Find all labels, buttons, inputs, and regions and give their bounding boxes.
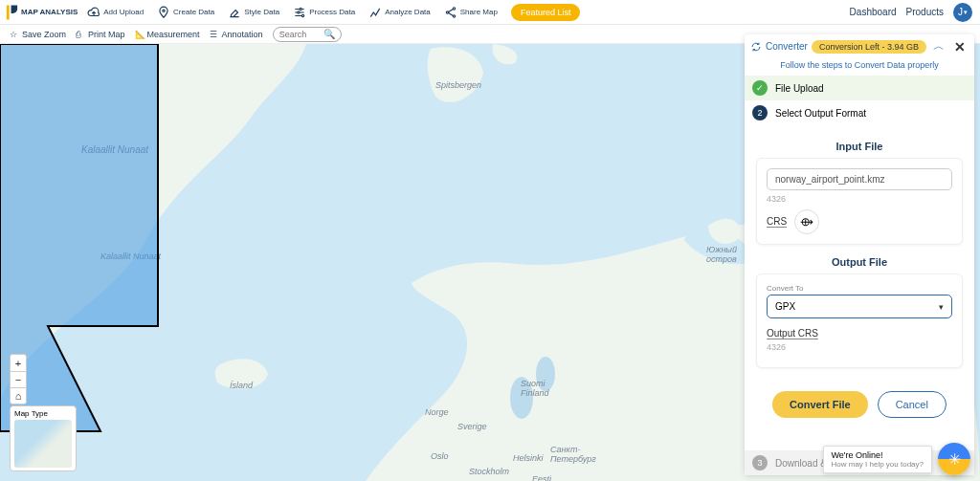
- map-type-selector[interactable]: Map Type: [10, 405, 77, 471]
- step-select-output[interactable]: 2 Select Output Format: [745, 100, 974, 125]
- nav-label: Add Upload: [103, 9, 144, 16]
- nav-label: Share Map: [460, 9, 498, 16]
- input-crs-code: 4326: [767, 194, 952, 204]
- step-file-upload[interactable]: ✓ File Upload: [745, 76, 974, 100]
- zoom-in-button[interactable]: +: [11, 355, 26, 371]
- converter-form: Input File norway_airport_point.kmz 4326…: [745, 125, 974, 450]
- main-nav: Add Upload Create Data Style Data Proces…: [81, 4, 503, 21]
- map-label-suomi: Suomi Finland: [521, 379, 553, 398]
- chat-status-bubble[interactable]: We're Online! How may I help you today?: [823, 446, 933, 473]
- map-type-label: Map Type: [14, 409, 48, 418]
- analytics-icon: [368, 6, 382, 19]
- convert-file-button[interactable]: Convert File: [772, 391, 868, 418]
- nav-label: Process Data: [309, 9, 355, 16]
- input-file-card: norway_airport_point.kmz 4326 CRS ⟴: [756, 158, 963, 245]
- nav-share-map[interactable]: Share Map: [438, 4, 503, 21]
- nav-create-data[interactable]: Create Data: [151, 4, 220, 21]
- data-extent-polygon[interactable]: [0, 44, 191, 446]
- map-type-thumbnail: [14, 420, 72, 468]
- zoom-controls: + − ⌂: [10, 354, 27, 404]
- dashboard-link[interactable]: Dashboard: [850, 7, 897, 17]
- refresh-icon: [750, 41, 762, 53]
- crs-scan-button[interactable]: ⟴: [794, 209, 819, 234]
- output-format-value: GPX: [775, 301, 795, 312]
- ruler-icon: 📐: [135, 30, 145, 39]
- map-label-stockholm: Stockholm: [469, 467, 509, 476]
- converter-subtext: Follow the steps to Convert Data properl…: [745, 58, 974, 76]
- user-avatar[interactable]: J▾: [953, 3, 972, 22]
- zoom-home-button[interactable]: ⌂: [11, 387, 26, 404]
- chat-help-text: How may I help you today?: [832, 460, 924, 469]
- output-file-heading: Output File: [756, 256, 963, 268]
- pin-icon: [157, 6, 170, 19]
- cloud-upload-icon: [87, 6, 100, 19]
- avatar-initial: J: [958, 7, 963, 17]
- chat-icon: ✳: [948, 450, 961, 469]
- output-crs-label[interactable]: Output CRS: [767, 328, 818, 339]
- map-label-yuzhny: Южный остров: [706, 245, 745, 264]
- top-bar: MAP ANALYSIS Add Upload Create Data Styl…: [0, 0, 980, 25]
- nav-process-data[interactable]: Process Data: [287, 4, 361, 21]
- map-label-helsinki: Helsinki: [513, 453, 544, 463]
- nav-style-data[interactable]: Style Data: [222, 4, 285, 21]
- print-map-button[interactable]: ⎙ Print Map: [76, 30, 125, 39]
- tool-label: Save Zoom: [22, 30, 66, 39]
- chat-launcher-button[interactable]: ✳: [938, 443, 970, 475]
- share-icon: [444, 6, 457, 19]
- svg-point-4: [301, 14, 303, 16]
- nav-label: Create Data: [173, 9, 214, 16]
- svg-point-7: [453, 14, 455, 16]
- svg-point-1: [163, 10, 165, 11]
- right-nav: Dashboard Products J▾: [850, 3, 980, 22]
- map-label-oslo: Oslo: [431, 451, 449, 461]
- svg-point-2: [300, 8, 301, 10]
- map-label-eesti: Eesti: [532, 474, 551, 481]
- note-icon: ☰: [210, 30, 219, 39]
- tool-label: Measurement: [147, 30, 200, 39]
- check-icon: ✓: [752, 80, 768, 96]
- converter-header: Converter Conversion Left - 3.94 GB ︿ ✕: [745, 34, 974, 58]
- search-input[interactable]: [279, 30, 320, 39]
- map-label-nordaustlandet: Nordaustlandet: [493, 44, 551, 46]
- search-box[interactable]: 🔍: [273, 27, 342, 42]
- zoom-out-button[interactable]: −: [11, 371, 26, 387]
- nav-add-upload[interactable]: Add Upload: [81, 4, 149, 21]
- svg-point-3: [298, 11, 300, 12]
- input-file-heading: Input File: [756, 141, 963, 152]
- step-number-badge: 2: [752, 105, 768, 120]
- converter-title: Converter: [750, 41, 808, 53]
- measurement-button[interactable]: 📐 Measurement: [135, 30, 200, 39]
- output-format-select[interactable]: GPX ▾: [767, 295, 952, 318]
- annotation-button[interactable]: ☰ Annotation: [210, 30, 263, 39]
- tool-label: Annotation: [222, 30, 263, 39]
- featured-list-button[interactable]: Featured List: [511, 4, 581, 21]
- map-label-sverige: Sverige: [457, 422, 487, 431]
- app-logo[interactable]: [0, 0, 19, 25]
- map-label-stpetersburg: Санкт-Петербург: [550, 445, 598, 464]
- tool-label: Print Map: [88, 30, 125, 39]
- chevron-down-icon: ▾: [964, 9, 968, 16]
- chevron-down-icon: ▾: [939, 302, 944, 312]
- map-label-norge: Norge: [425, 407, 449, 417]
- map-label-iceland: Ísland: [230, 381, 253, 390]
- svg-point-5: [453, 7, 455, 9]
- nav-label: Style Data: [244, 9, 279, 16]
- converter-actions: Convert File Cancel: [756, 380, 963, 422]
- convert-to-label: Convert To: [767, 284, 952, 293]
- cancel-button[interactable]: Cancel: [878, 391, 947, 418]
- input-crs-label[interactable]: CRS: [767, 216, 787, 228]
- converter-panel: Converter Conversion Left - 3.94 GB ︿ ✕ …: [745, 34, 974, 475]
- star-icon: ☆: [10, 30, 19, 39]
- collapse-icon[interactable]: ︿: [930, 38, 947, 55]
- input-filename[interactable]: norway_airport_point.kmz: [767, 168, 952, 190]
- save-zoom-button[interactable]: ☆ Save Zoom: [10, 30, 66, 39]
- products-link[interactable]: Products: [906, 7, 944, 17]
- chat-online-text: We're Online!: [832, 450, 924, 460]
- search-icon: 🔍: [323, 29, 335, 39]
- nav-analyze-data[interactable]: Analyze Data: [363, 4, 436, 21]
- output-file-card: Convert To GPX ▾ Output CRS 4326: [756, 273, 963, 368]
- step-number-badge: 3: [752, 455, 768, 470]
- print-icon: ⎙: [76, 30, 85, 39]
- close-icon[interactable]: ✕: [951, 39, 969, 55]
- svg-point-6: [446, 11, 448, 12]
